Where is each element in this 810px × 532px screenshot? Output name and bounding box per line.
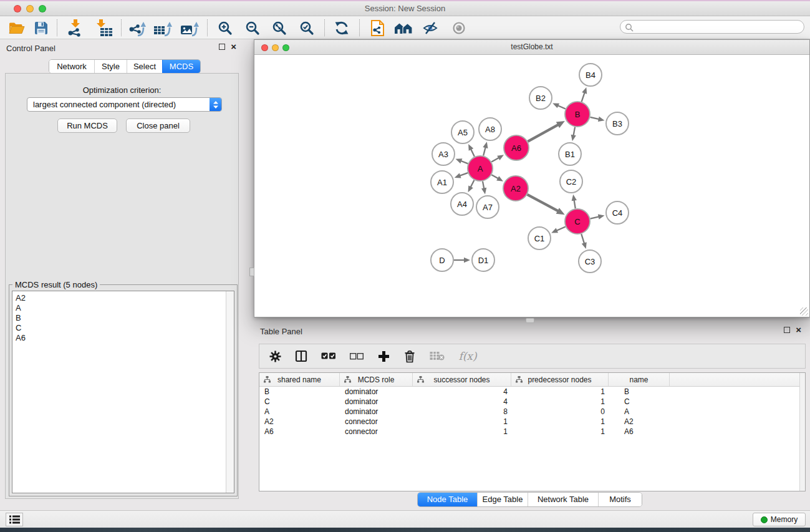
mcds-result-item[interactable]: A [12,303,234,313]
delete-row-button[interactable] [402,347,417,365]
zoom-in-button[interactable] [215,18,236,37]
table-cell[interactable]: 8 [413,407,511,417]
zoom-window-button[interactable] [39,5,46,12]
network-window-titlebar[interactable]: testGlobe.txt [254,40,809,55]
table-row[interactable]: Bdominator41B [259,387,805,397]
search-input[interactable] [635,21,800,32]
hide-view-button[interactable] [420,18,441,37]
table-cell[interactable]: connector [340,417,413,427]
graph-edge[interactable] [591,216,600,218]
graph-edge[interactable] [491,175,499,179]
table-cell[interactable]: A2 [259,417,340,427]
table-cell[interactable]: 1 [413,427,511,437]
table-settings-button[interactable] [268,347,282,365]
mcds-list-scrollbar[interactable] [226,291,234,493]
tab-style[interactable]: Style [94,60,127,73]
search-field[interactable] [620,20,804,34]
column-header-name[interactable]: name [609,373,670,386]
tab-node-table[interactable]: Node Table [418,493,477,506]
graph-edge[interactable] [557,105,566,109]
window-resize-grip[interactable] [800,307,808,316]
panel-collapse-grip[interactable] [249,268,254,276]
memory-button[interactable]: Memory [753,513,806,526]
tab-mcds[interactable]: MCDS [162,60,200,73]
mcds-result-item[interactable]: C [12,323,234,333]
tab-select[interactable]: Select [127,60,162,73]
zoom-fit-button[interactable] [269,18,290,37]
table-cell[interactable]: A6 [259,427,340,437]
graph-edge[interactable] [470,180,474,188]
graph-edge[interactable] [528,124,559,141]
graph-edge[interactable] [573,127,575,137]
select-all-button[interactable] [320,347,337,365]
export-network-button[interactable] [126,18,147,37]
table-row[interactable]: Cdominator41C [259,397,805,407]
table-cell[interactable]: 4 [413,397,511,407]
network-minimize-button[interactable] [272,44,279,51]
zoom-selected-button[interactable] [296,18,317,37]
create-network-view-button[interactable] [367,18,388,37]
show-view-button[interactable] [448,18,470,37]
column-header-predecessor-nodes[interactable]: predecessor nodes [511,373,609,386]
column-header-successor-nodes[interactable]: successor nodes [413,373,511,386]
mcds-result-item[interactable]: A2 [12,293,234,303]
table-cell[interactable]: dominator [340,407,413,417]
graph-edge[interactable] [556,226,566,231]
close-panel-icon[interactable]: × [796,326,801,334]
mcds-result-list[interactable]: A2ABCA6 [12,291,234,493]
table-cell[interactable]: A6 [609,427,670,437]
graph-edge[interactable] [471,148,475,157]
close-panel-icon[interactable]: × [231,43,236,51]
float-panel-icon[interactable] [784,327,790,333]
table-cell[interactable]: B [609,387,670,397]
mcds-result-item[interactable]: B [12,313,234,323]
table-cell[interactable]: dominator [340,387,413,397]
table-cell[interactable]: 4 [413,387,511,397]
table-cell[interactable]: dominator [340,397,413,407]
network-close-button[interactable] [261,44,268,51]
graph-edge[interactable] [581,234,584,244]
graph-edge[interactable] [590,117,599,120]
open-session-button[interactable] [6,18,27,37]
column-header-shared-name[interactable]: shared name [259,373,340,386]
table-cell[interactable]: A2 [609,417,670,427]
export-table-button[interactable] [152,18,173,37]
graph-edge[interactable] [582,92,585,102]
table-cell[interactable]: 1 [413,417,511,427]
show-all-views-button[interactable] [393,18,414,37]
column-header-MCDS-role[interactable]: MCDS role [340,373,413,386]
run-mcds-button[interactable]: Run MCDS [57,118,117,133]
table-cell[interactable]: C [259,397,340,407]
table-cell[interactable]: A [259,407,340,417]
tab-network-table[interactable]: Network Table [528,493,598,506]
tab-network[interactable]: Network [49,60,94,73]
table-cell[interactable]: 1 [511,427,609,437]
table-cell[interactable]: C [609,397,670,407]
tab-edge-table[interactable]: Edge Table [477,493,528,506]
table-cell[interactable]: 1 [511,397,609,407]
save-session-button[interactable] [31,18,52,37]
table-cell[interactable]: 1 [511,417,609,427]
table-row[interactable]: A6connector11A6 [259,427,805,437]
import-table-button[interactable] [93,18,114,37]
network-zoom-button[interactable] [282,44,289,51]
graph-edge[interactable] [574,200,575,209]
table-cell[interactable]: 1 [511,387,609,397]
float-panel-icon[interactable] [219,44,225,50]
table-scrollbar[interactable] [799,373,805,491]
criterion-dropdown[interactable]: largest connected component (directed) [27,97,222,112]
export-image-button[interactable] [179,18,200,37]
graph-edge[interactable] [483,147,486,156]
tab-motifs[interactable]: Motifs [598,493,642,506]
minimize-window-button[interactable] [26,5,34,12]
network-canvas[interactable]: B4B2BB3A8A5A6B1A3AA1C2A2A4A7C4CC1C3DD1 [254,55,809,317]
graph-edge[interactable] [491,157,499,162]
close-window-button[interactable] [14,5,21,12]
task-history-button[interactable] [6,513,23,526]
function-builder-button[interactable]: f(x) [457,347,478,365]
deselect-all-button[interactable] [349,347,365,365]
table-cell[interactable]: 0 [511,407,609,417]
refresh-view-button[interactable] [331,18,352,37]
table-row[interactable]: A2connector11A2 [259,417,805,427]
mcds-result-item[interactable]: A6 [12,333,234,343]
